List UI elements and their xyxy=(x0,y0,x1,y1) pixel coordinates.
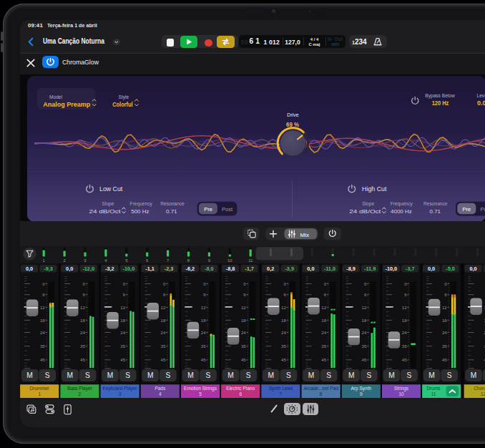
svg-text:Level Trim: Level Trim xyxy=(476,92,485,97)
svg-text:-3,9: -3,9 xyxy=(285,266,294,272)
svg-text:M: M xyxy=(187,371,194,379)
svg-text:35: 35 xyxy=(161,344,166,349)
svg-text:0,0: 0,0 xyxy=(26,266,33,272)
svg-text:9: 9 xyxy=(208,258,210,263)
svg-text:24: 24 xyxy=(161,329,166,334)
svg-text:S: S xyxy=(326,371,331,379)
svg-text:24: 24 xyxy=(201,329,206,334)
svg-text:6: 6 xyxy=(243,292,246,297)
svg-text:Pre: Pre xyxy=(204,205,212,212)
svg-text:18: 18 xyxy=(362,317,367,322)
svg-text:6: 6 xyxy=(239,391,242,396)
svg-text:S: S xyxy=(407,371,412,379)
svg-text:45: 45 xyxy=(321,357,326,362)
svg-text:12: 12 xyxy=(241,304,246,309)
svg-text:11: 11 xyxy=(248,258,253,263)
svg-text:35: 35 xyxy=(80,344,85,349)
svg-text:18: 18 xyxy=(281,317,286,322)
svg-text:Bass Player: Bass Player xyxy=(67,385,93,391)
svg-text:Resonance: Resonance xyxy=(423,201,448,206)
svg-text:12: 12 xyxy=(481,391,485,396)
svg-text:Drums: Drums xyxy=(426,385,441,390)
svg-text:-9,3: -9,3 xyxy=(44,266,53,272)
svg-text:45: 45 xyxy=(362,357,367,362)
svg-text:18: 18 xyxy=(120,317,125,322)
svg-text:Style: Style xyxy=(118,94,129,99)
svg-text:11: 11 xyxy=(431,391,436,396)
svg-text:45: 45 xyxy=(281,357,286,362)
svg-text:6: 6 xyxy=(324,292,327,297)
svg-text:0: 0 xyxy=(444,281,447,286)
svg-text:Mix: Mix xyxy=(300,231,309,238)
svg-text:35: 35 xyxy=(241,344,246,349)
svg-text:12: 12 xyxy=(402,304,407,309)
svg-text:Resonance: Resonance xyxy=(160,201,185,206)
svg-text:M: M xyxy=(227,371,234,379)
svg-text:12: 12 xyxy=(321,304,326,309)
svg-text:-11,0: -11,0 xyxy=(324,266,335,272)
svg-text:18: 18 xyxy=(161,317,166,322)
svg-text:45: 45 xyxy=(161,357,166,362)
svg-text:Low Cut: Low Cut xyxy=(99,185,123,193)
svg-text:Post: Post xyxy=(221,205,232,212)
svg-text:0.71: 0.71 xyxy=(429,208,441,215)
svg-text:35: 35 xyxy=(201,344,206,349)
svg-text:12: 12 xyxy=(362,304,367,309)
svg-text:-1,1: -1,1 xyxy=(145,266,155,272)
svg-text:35: 35 xyxy=(402,344,407,349)
svg-text:12: 12 xyxy=(201,304,206,309)
svg-text:-1,7: -1,7 xyxy=(245,266,254,272)
svg-text:12: 12 xyxy=(161,304,166,309)
svg-text:-10,0: -10,0 xyxy=(385,266,397,272)
svg-text:24: 24 xyxy=(362,329,367,334)
svg-text:-6,2: -6,2 xyxy=(186,266,195,272)
svg-text:45: 45 xyxy=(402,357,407,362)
svg-text:Arcade...eet Pad: Arcade...eet Pad xyxy=(303,385,338,390)
svg-text:Electric Piano: Electric Piano xyxy=(226,385,255,390)
svg-text:0: 0 xyxy=(163,281,166,286)
svg-text:-8,0: -8,0 xyxy=(205,266,214,272)
svg-text:4: 4 xyxy=(159,391,162,396)
svg-text:-8,9: -8,9 xyxy=(346,266,356,272)
svg-text:45: 45 xyxy=(80,357,85,362)
svg-text:18: 18 xyxy=(321,317,326,322)
svg-text:24: 24 xyxy=(281,329,286,334)
svg-text:-2,3: -2,3 xyxy=(165,266,174,272)
svg-text:9: 9 xyxy=(360,391,363,396)
svg-text:0: 0 xyxy=(364,281,367,286)
svg-text:M: M xyxy=(67,371,74,379)
svg-text:-10,0: -10,0 xyxy=(123,266,135,272)
svg-text:12: 12 xyxy=(120,304,125,309)
svg-text:Keyboard Player: Keyboard Player xyxy=(103,385,138,391)
svg-text:0.0: 0.0 xyxy=(477,99,485,106)
svg-text:0: 0 xyxy=(284,281,287,286)
svg-text:24: 24 xyxy=(120,329,125,334)
svg-text:Post: Post xyxy=(480,205,485,212)
svg-text:Chorus V: Chorus V xyxy=(474,385,485,390)
svg-text:S: S xyxy=(85,371,90,379)
svg-text:Strings: Strings xyxy=(394,385,409,391)
svg-text:0,0: 0,0 xyxy=(428,266,435,272)
svg-text:Pads: Pads xyxy=(155,385,166,390)
svg-text:2: 2 xyxy=(63,258,65,263)
svg-text:-3,7: -3,7 xyxy=(406,266,415,272)
svg-text:24: 24 xyxy=(402,329,407,334)
svg-text:0: 0 xyxy=(83,281,86,286)
svg-text:12: 12 xyxy=(442,304,447,309)
svg-text:18: 18 xyxy=(40,317,45,322)
svg-text:24: 24 xyxy=(80,329,85,334)
svg-text:18: 18 xyxy=(442,317,447,322)
svg-text:-11,9: -11,9 xyxy=(364,266,376,272)
svg-text:Drummer: Drummer xyxy=(30,385,50,390)
svg-text:12: 12 xyxy=(281,304,286,309)
svg-text:7: 7 xyxy=(280,391,283,396)
svg-text:Colorful: Colorful xyxy=(112,101,133,108)
svg-text:Emotion Strings: Emotion Strings xyxy=(184,385,217,391)
svg-text:10: 10 xyxy=(227,258,232,263)
svg-text:Frequency: Frequency xyxy=(129,201,152,207)
svg-text:6: 6 xyxy=(404,292,407,297)
svg-text:5: 5 xyxy=(199,391,202,396)
svg-text:35: 35 xyxy=(362,344,367,349)
svg-text:12: 12 xyxy=(40,304,45,309)
svg-text:0: 0 xyxy=(404,281,407,286)
